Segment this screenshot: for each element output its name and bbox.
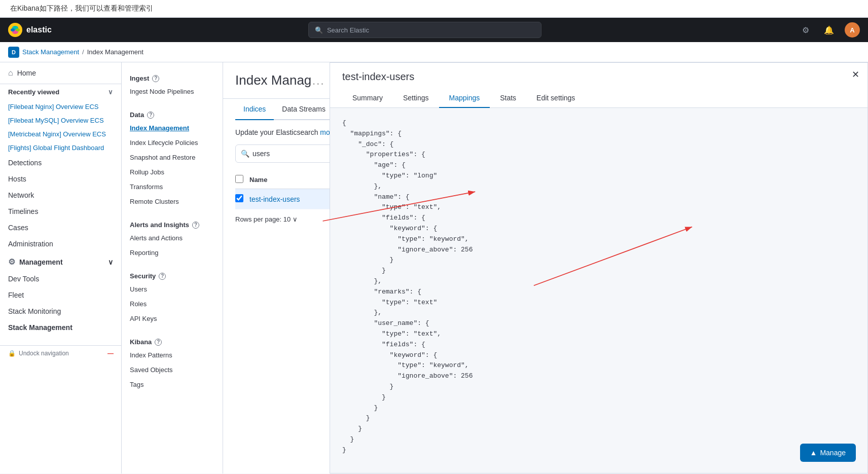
- rows-per-page-chevron-icon: ∨: [293, 215, 298, 223]
- detail-content: { "mappings": { "_doc": { "properties": …: [330, 108, 867, 467]
- search-bar-wrapper: 🔍 Search Elastic: [58, 22, 792, 38]
- sidebar-item-home[interactable]: ⌂ Home: [0, 62, 121, 84]
- nav-icons: ⚙ 🔔 A: [798, 22, 860, 38]
- ingest-help-icon[interactable]: ?: [152, 75, 159, 82]
- annotation-text: 在Kibana如下路径，我们可以查看和管理索引: [10, 4, 153, 12]
- breadcrumb: D Stack Management / Index Management: [0, 42, 868, 62]
- search-placeholder: Search Elastic: [327, 26, 369, 34]
- detail-header: ✕ test-index-users Summary Settings Mapp…: [330, 63, 867, 108]
- tab-settings[interactable]: Settings: [393, 89, 439, 108]
- alerts-help-icon[interactable]: ?: [192, 222, 199, 229]
- json-content: { "mappings": { "_doc": { "properties": …: [342, 118, 855, 456]
- home-label: Home: [17, 69, 36, 77]
- sidebar-item-hosts[interactable]: Hosts: [0, 171, 121, 187]
- menu-item-saved-objects[interactable]: Saved Objects: [122, 362, 223, 377]
- search-icon: 🔍: [315, 26, 323, 34]
- menu-item-rollup-jobs[interactable]: Rollup Jobs: [122, 165, 223, 179]
- menu-item-index-management[interactable]: Index Management: [122, 121, 223, 135]
- manage-arrow-icon: ▲: [810, 449, 817, 457]
- undock-nav-btn[interactable]: 🔒 Undock navigation —: [0, 345, 122, 361]
- notifications-icon-btn[interactable]: 🔔: [821, 22, 837, 38]
- menu-panel: Ingest ? Ingest Node Pipelines Data ? In…: [122, 62, 223, 473]
- row-checkbox-cell: [235, 194, 249, 204]
- menu-item-roles[interactable]: Roles: [122, 297, 223, 311]
- breadcrumb-icon: D: [8, 47, 19, 58]
- svg-point-3: [11, 28, 15, 31]
- menu-item-transforms[interactable]: Transforms: [122, 179, 223, 194]
- select-all-checkbox-cell: [235, 175, 249, 185]
- tab-data-streams[interactable]: Data Streams: [274, 99, 334, 120]
- sidebar-item-flights[interactable]: [Flights] Global Flight Dashboard: [0, 141, 121, 155]
- index-name-cell[interactable]: test-index-users: [249, 195, 300, 203]
- manage-button[interactable]: ▲ Manage: [800, 444, 856, 462]
- menu-section-kibana: Kibana ?: [122, 334, 223, 348]
- manage-label: Manage: [820, 449, 846, 457]
- logo-area: elastic: [8, 23, 52, 37]
- tab-mappings[interactable]: Mappings: [439, 89, 490, 108]
- tab-edit-settings[interactable]: Edit settings: [526, 89, 585, 108]
- settings-icon-btn[interactable]: ⚙: [798, 22, 813, 38]
- sidebar-item-stack-management[interactable]: Stack Management: [0, 319, 121, 336]
- svg-point-4: [16, 28, 20, 31]
- sidebar-item-dev-tools[interactable]: Dev Tools: [0, 271, 121, 287]
- breadcrumb-separator: /: [82, 48, 84, 56]
- sidebar-item-stack-monitoring[interactable]: Stack Monitoring: [0, 303, 121, 319]
- search-index-icon: 🔍: [241, 150, 249, 158]
- content-area: Index Manag… Indices Data Streams Update…: [223, 62, 868, 473]
- menu-item-api-keys[interactable]: API Keys: [122, 311, 223, 326]
- sidebar-item-metricbeat-nginx[interactable]: [Metricbeat Nginx] Overview ECS: [0, 127, 121, 141]
- annotation-bar: 在Kibana如下路径，我们可以查看和管理索引: [0, 0, 868, 18]
- data-help-icon[interactable]: ?: [147, 112, 154, 119]
- menu-section-security: Security ?: [122, 268, 223, 282]
- select-all-checkbox[interactable]: [235, 175, 243, 183]
- detail-title: test-index-users: [342, 71, 855, 83]
- detail-close-btn[interactable]: ✕: [852, 69, 859, 80]
- breadcrumb-current: Index Management: [87, 48, 143, 56]
- menu-item-index-lifecycle-policies[interactable]: Index Lifecycle Policies: [122, 135, 223, 150]
- detail-tabs: Summary Settings Mappings Stats Edit set…: [342, 89, 855, 107]
- menu-item-alerts-actions[interactable]: Alerts and Actions: [122, 231, 223, 245]
- recently-viewed-header[interactable]: Recently viewed ∨: [0, 84, 121, 100]
- menu-section-ingest: Ingest ?: [122, 70, 223, 84]
- logo-text: elastic: [26, 25, 52, 34]
- recently-viewed-chevron-icon: ∨: [108, 88, 113, 96]
- sidebar-item-administration[interactable]: Administration: [0, 236, 121, 252]
- sidebar-item-cases[interactable]: Cases: [0, 220, 121, 236]
- sidebar-item-network[interactable]: Network: [0, 187, 121, 203]
- menu-item-index-patterns[interactable]: Index Patterns: [122, 348, 223, 362]
- elastic-logo-icon: [8, 23, 22, 37]
- sidebar-item-timelines[interactable]: Timelines: [0, 203, 121, 220]
- sidebar-item-filebeat-mysql[interactable]: [Filebeat MySQL] Overview ECS: [0, 114, 121, 127]
- tab-indices[interactable]: Indices: [235, 99, 274, 120]
- top-nav: elastic 🔍 Search Elastic ⚙ 🔔 A: [0, 18, 868, 42]
- search-bar[interactable]: 🔍 Search Elastic: [308, 22, 541, 38]
- sidebar-item-detections[interactable]: Detections: [0, 155, 121, 171]
- management-gear-icon: ⚙: [8, 257, 15, 267]
- management-chevron-icon: ∨: [108, 258, 113, 266]
- menu-section-alerts: Alerts and Insights ?: [122, 217, 223, 231]
- menu-item-ingest-node-pipelines[interactable]: Ingest Node Pipelines: [122, 84, 223, 99]
- recently-viewed-label: Recently viewed: [8, 88, 59, 96]
- lock-icon: 🔒: [8, 350, 16, 357]
- row-checkbox[interactable]: [235, 194, 243, 202]
- menu-item-remote-clusters[interactable]: Remote Clusters: [122, 194, 223, 209]
- menu-item-tags[interactable]: Tags: [122, 377, 223, 392]
- home-icon: ⌂: [8, 68, 13, 78]
- menu-item-snapshot-restore[interactable]: Snapshot and Restore: [122, 150, 223, 165]
- security-help-icon[interactable]: ?: [159, 273, 166, 280]
- sidebar-item-fleet[interactable]: Fleet: [0, 287, 121, 303]
- main-layout: ⌂ Home Recently viewed ∨ [Filebeat Nginx…: [0, 62, 868, 473]
- breadcrumb-stack-management[interactable]: Stack Management: [22, 48, 79, 56]
- detail-panel: ✕ test-index-users Summary Settings Mapp…: [330, 62, 868, 473]
- sidebar: ⌂ Home Recently viewed ∨ [Filebeat Nginx…: [0, 62, 122, 473]
- management-section-header[interactable]: ⚙ Management ∨: [0, 252, 121, 271]
- management-label: Management: [19, 258, 63, 266]
- sidebar-item-filebeat-nginx[interactable]: [Filebeat Nginx] Overview ECS: [0, 100, 121, 114]
- user-avatar-btn[interactable]: A: [845, 22, 860, 38]
- tab-stats[interactable]: Stats: [490, 89, 526, 108]
- menu-item-users[interactable]: Users: [122, 282, 223, 297]
- tab-summary[interactable]: Summary: [342, 89, 393, 108]
- menu-section-data: Data ?: [122, 107, 223, 121]
- menu-item-reporting[interactable]: Reporting: [122, 245, 223, 260]
- kibana-help-icon[interactable]: ?: [155, 339, 162, 346]
